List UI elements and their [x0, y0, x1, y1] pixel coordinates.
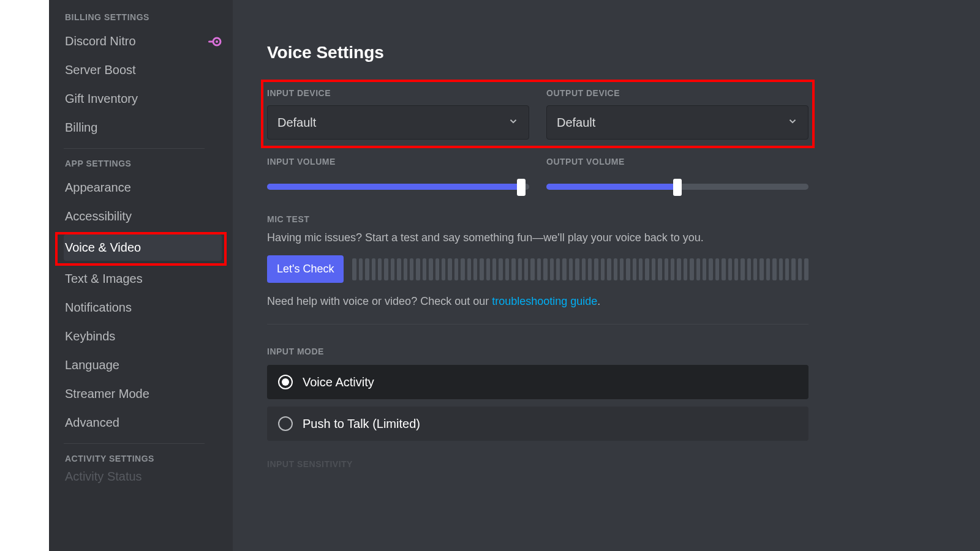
sidebar-item-advanced[interactable]: Advanced	[64, 410, 227, 436]
radio-icon	[278, 375, 293, 389]
sidebar-item-gift-inventory[interactable]: Gift Inventory	[64, 86, 227, 112]
mic-test-description: Having mic issues? Start a test and say …	[267, 231, 809, 244]
highlight-annotation-devices: INPUT DEVICE Default OUTPUT DEVICE Defau…	[261, 80, 815, 148]
mic-bar	[709, 258, 712, 280]
output-device-value: Default	[557, 116, 595, 130]
troubleshooting-guide-link[interactable]: troubleshooting guide	[492, 295, 597, 307]
mic-bar	[537, 258, 541, 280]
mic-bar	[550, 258, 554, 280]
mic-bar	[766, 258, 770, 280]
input-device-label: INPUT DEVICE	[267, 88, 529, 98]
mic-bar	[423, 258, 426, 280]
mic-level-meter	[352, 258, 809, 280]
mic-bar	[486, 258, 490, 280]
sidebar-item-label: Notifications	[65, 301, 132, 315]
mic-bar	[492, 258, 496, 280]
mic-bar	[614, 258, 617, 280]
app-settings-header: APP SETTINGS	[64, 159, 227, 168]
mic-bar	[715, 258, 719, 280]
mic-bar	[575, 258, 579, 280]
mic-bar	[499, 258, 502, 280]
mic-bar	[416, 258, 420, 280]
output-device-select[interactable]: Default	[546, 105, 809, 140]
mic-bar	[467, 258, 471, 280]
sidebar-item-language[interactable]: Language	[64, 352, 227, 378]
mic-bar	[511, 258, 515, 280]
slider-thumb[interactable]	[517, 179, 526, 196]
lets-check-button[interactable]: Let's Check	[267, 255, 344, 283]
mic-bar	[639, 258, 643, 280]
input-sensitivity-label: INPUT SENSITIVITY	[267, 459, 809, 469]
mic-bar	[461, 258, 464, 280]
highlight-annotation-sidebar: Voice & Video	[55, 232, 227, 266]
mic-bar	[626, 258, 630, 280]
sidebar-item-notifications[interactable]: Notifications	[64, 294, 227, 321]
mic-bar	[645, 258, 649, 280]
nitro-icon	[205, 36, 222, 47]
sidebar-item-text-images[interactable]: Text & Images	[64, 266, 227, 292]
radio-label: Voice Activity	[303, 375, 374, 389]
input-mode-voice-activity[interactable]: Voice Activity	[267, 365, 809, 399]
sidebar-item-discord-nitro[interactable]: Discord Nitro	[64, 28, 227, 54]
sidebar-item-label: Appearance	[65, 181, 131, 195]
mic-bar	[397, 258, 401, 280]
mic-bar	[556, 258, 560, 280]
sidebar-item-label: Advanced	[65, 416, 119, 430]
slider-fill	[267, 184, 521, 190]
mic-bar	[772, 258, 776, 280]
sidebar-item-label: Server Boost	[65, 63, 136, 77]
sidebar-item-appearance[interactable]: Appearance	[64, 174, 227, 201]
mic-bar	[454, 258, 458, 280]
sidebar-item-label: Gift Inventory	[65, 92, 138, 106]
sidebar-item-server-boost[interactable]: Server Boost	[64, 57, 227, 83]
settings-sidebar: BILLING SETTINGS Discord Nitro Server Bo…	[49, 0, 233, 551]
sidebar-item-accessibility[interactable]: Accessibility	[64, 203, 227, 230]
sidebar-item-billing[interactable]: Billing	[64, 114, 227, 141]
mic-bar	[607, 258, 611, 280]
mic-bar	[677, 258, 680, 280]
sidebar-item-label: Accessibility	[65, 209, 132, 223]
mic-bar	[703, 258, 706, 280]
mic-bar	[728, 258, 732, 280]
sidebar-item-keybinds[interactable]: Keybinds	[64, 323, 227, 350]
mic-bar	[442, 258, 445, 280]
mic-bar	[741, 258, 744, 280]
settings-content: Voice Settings INPUT DEVICE Default OUTP…	[233, 0, 839, 551]
mic-bar	[429, 258, 432, 280]
sidebar-item-label: Voice & Video	[65, 241, 141, 255]
mic-bar	[785, 258, 789, 280]
input-mode-push-to-talk[interactable]: Push to Talk (Limited)	[267, 407, 809, 441]
mic-bar	[435, 258, 439, 280]
mic-bar	[747, 258, 751, 280]
output-volume-label: OUTPUT VOLUME	[546, 157, 809, 167]
mic-bar	[473, 258, 477, 280]
mic-bar	[588, 258, 592, 280]
mic-bar	[404, 258, 407, 280]
input-device-select[interactable]: Default	[267, 105, 529, 140]
input-volume-slider[interactable]	[267, 184, 529, 190]
mic-bar	[734, 258, 738, 280]
slider-thumb[interactable]	[673, 179, 682, 196]
input-mode-label: INPUT MODE	[267, 347, 809, 356]
chevron-down-icon	[508, 116, 519, 130]
help-text: Need help with voice or video? Check out…	[267, 295, 809, 308]
section-divider	[267, 324, 809, 324]
sidebar-item-streamer-mode[interactable]: Streamer Mode	[64, 381, 227, 407]
mic-bar	[391, 258, 394, 280]
mic-bar	[562, 258, 566, 280]
sidebar-item-voice-video[interactable]: Voice & Video	[64, 234, 222, 261]
mic-bar	[410, 258, 413, 280]
mic-bar	[530, 258, 534, 280]
sidebar-divider	[64, 443, 205, 444]
output-volume-slider[interactable]	[546, 184, 809, 190]
mic-bar	[804, 258, 808, 280]
mic-bar	[582, 258, 586, 280]
sidebar-item-label: Keybinds	[65, 329, 115, 343]
mic-bar	[359, 258, 363, 280]
sidebar-item-activity-status[interactable]: Activity Status	[64, 470, 227, 484]
mic-bar	[601, 258, 605, 280]
sidebar-item-label: Streamer Mode	[65, 387, 149, 401]
mic-bar	[633, 258, 636, 280]
billing-settings-header: BILLING SETTINGS	[64, 12, 227, 22]
activity-settings-header: ACTIVITY SETTINGS	[64, 454, 227, 463]
